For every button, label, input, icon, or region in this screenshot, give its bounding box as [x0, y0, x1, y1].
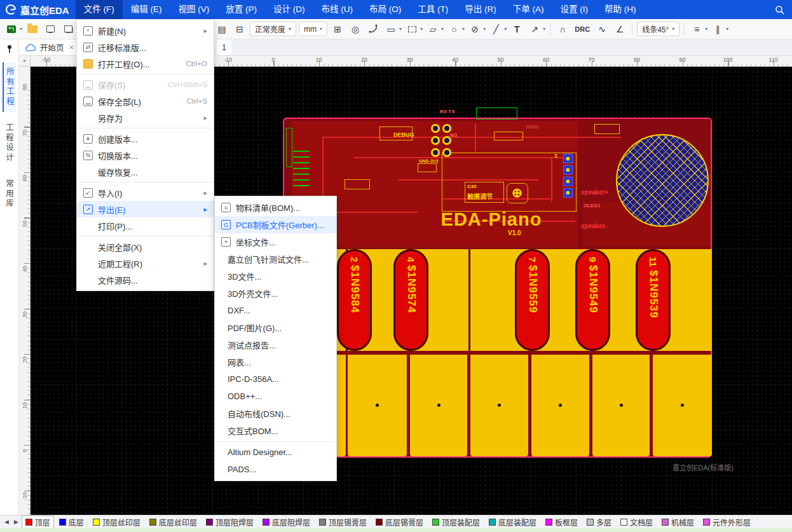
menu-item[interactable]: 文件源码...: [77, 271, 214, 288]
piano-touchpad[interactable]: 7$1N9559: [515, 249, 550, 351]
ruler-origin-button[interactable]: ⌖: [19, 56, 31, 67]
menubar-item[interactable]: 设置 (I): [552, 0, 596, 19]
align-tool-caret-icon[interactable]: ▾: [705, 26, 707, 32]
menubar-item[interactable]: 设计 (D): [265, 0, 313, 19]
piano-key[interactable]: [653, 355, 712, 456]
menu-item[interactable]: ⇄迁移标准版...: [77, 39, 214, 55]
menubar-item[interactable]: 下单 (A): [505, 0, 552, 19]
menubar-item[interactable]: 布局 (O): [361, 0, 409, 19]
dimension-tool-caret-icon[interactable]: ▾: [543, 26, 545, 32]
menu-item[interactable]: 测试点报告...: [215, 336, 336, 353]
polygon-tool-button[interactable]: ▱: [425, 22, 440, 37]
menubar-item[interactable]: 视图 (V): [170, 0, 217, 19]
tab-start-page[interactable]: 开始页 ×: [19, 39, 81, 55]
piano-key[interactable]: [348, 355, 407, 456]
menu-item[interactable]: 自动布线(DSN)...: [215, 405, 336, 422]
brightness-select[interactable]: 正常亮度▾: [250, 22, 296, 36]
layer-chip[interactable]: 多层: [583, 515, 615, 529]
layer-chip[interactable]: 顶层丝印层: [89, 515, 144, 529]
save-button[interactable]: ▁: [43, 22, 58, 37]
print-button[interactable]: ⊟: [232, 22, 247, 37]
menu-item[interactable]: 近期工程(R)▸: [77, 255, 214, 271]
piano-touchpad[interactable]: 4$1N9574: [393, 249, 428, 351]
region-tool-button[interactable]: [404, 22, 420, 37]
layer-chip[interactable]: 底层丝印层: [146, 515, 201, 529]
line-tool-caret-icon[interactable]: ▾: [504, 26, 507, 32]
layer-chip[interactable]: 底层阻焊层: [259, 515, 314, 529]
save-all-button[interactable]: ▁: [60, 22, 76, 37]
piano-touchpad[interactable]: 2$1N9584: [337, 249, 372, 351]
menu-item[interactable]: ∗创建版本...: [77, 130, 214, 147]
tab-close-icon[interactable]: ×: [69, 43, 74, 52]
ellipse-tool-caret-icon[interactable]: ▾: [462, 26, 465, 32]
menu-item[interactable]: IPC-D-356A...: [215, 371, 336, 388]
piano-touchpad[interactable]: 11$1N9539: [636, 249, 671, 351]
menubar-item[interactable]: 编辑 (E): [123, 0, 170, 19]
menubar-item[interactable]: 导出 (R): [456, 0, 505, 19]
menu-item[interactable]: PDF/图片(G)...: [215, 319, 336, 336]
keepout-tool-button[interactable]: ⊘: [467, 22, 482, 37]
menu-item[interactable]: ↙导入(I)▸: [77, 184, 214, 201]
piano-touchpad[interactable]: 9$1N9549: [575, 249, 610, 351]
piano-key[interactable]: [592, 355, 650, 456]
menu-item[interactable]: ⌖坐标文件...: [215, 233, 336, 250]
text-tool-button[interactable]: T: [509, 22, 524, 37]
layer-chip[interactable]: 板框层: [542, 515, 582, 529]
menu-item[interactable]: ▁保存全部(L)Ctrl+S: [77, 93, 214, 109]
region-tool-caret-icon[interactable]: ▾: [420, 26, 423, 32]
menu-item[interactable]: 打开工程(O)...Ctrl+O: [77, 55, 214, 72]
menu-item[interactable]: 缓存恢复...: [77, 163, 214, 180]
distribute-tool-caret-icon[interactable]: ▾: [726, 26, 728, 32]
line-style-select[interactable]: 线条45°▾: [637, 22, 679, 36]
layer-chip[interactable]: 底层锡膏层: [372, 515, 427, 529]
sidebar-item[interactable]: 所有工程: [3, 62, 16, 112]
ellipse-tool-button[interactable]: ○: [446, 22, 461, 37]
route-tool-button[interactable]: [365, 22, 381, 37]
menubar-item[interactable]: 文件 (F): [76, 0, 123, 19]
sidebar-item[interactable]: 工程设计: [3, 118, 15, 168]
pcb-board[interactable]: ⊕ C40 触摸调节 DEBUG RX TX M3 S80U GND-3V3 1…: [283, 118, 712, 458]
menubar-item[interactable]: 布线 (U): [313, 0, 361, 19]
menu-item[interactable]: 嘉立创飞针测试文件...: [215, 250, 336, 268]
align-tool-button[interactable]: ≡: [689, 22, 704, 37]
dimension-tool-button[interactable]: ↗: [527, 22, 542, 37]
menu-item[interactable]: 3D外壳文件...: [215, 285, 336, 302]
menu-item[interactable]: 网表...: [215, 353, 336, 371]
layer-chip[interactable]: 元件外形层: [699, 515, 754, 529]
menu-item[interactable]: GPCB制板文件(Gerber)...: [215, 216, 336, 233]
open-folder-button[interactable]: [25, 22, 40, 37]
menu-item[interactable]: +新建(N)▸: [77, 22, 214, 39]
distribute-tool-button[interactable]: ∥: [710, 22, 725, 37]
layer-chip[interactable]: 机械层: [658, 515, 698, 529]
line-tool-button[interactable]: ╱: [488, 22, 503, 37]
pad-tool-caret-icon[interactable]: ▾: [399, 26, 402, 32]
menu-item[interactable]: Altium Designer...: [215, 444, 336, 461]
layer-chip[interactable]: 底层装配层: [485, 515, 540, 529]
layer-chip[interactable]: 文档层: [617, 515, 657, 529]
measure-tool-button[interactable]: ∠: [612, 22, 627, 37]
grid-settings-button[interactable]: ⊞: [330, 22, 345, 37]
menu-item[interactable]: 打印(P)...: [77, 217, 214, 234]
menu-item[interactable]: PADS...: [215, 461, 336, 478]
menubar-item[interactable]: 放置 (P): [217, 0, 265, 19]
drc-button[interactable]: DRC: [573, 22, 592, 37]
layer-scroll-arrow-icon[interactable]: ◀: [3, 519, 11, 525]
jumper-tool-button[interactable]: ∩: [555, 22, 570, 37]
menu-item[interactable]: ▁保存(S)Ctrl+Shift+S: [77, 76, 214, 93]
app-logo[interactable]: 嘉立创EDA: [0, 3, 76, 17]
piano-key[interactable]: [410, 355, 467, 456]
piano-key[interactable]: [531, 355, 589, 456]
layer-chip[interactable]: 顶层阻焊层: [202, 515, 257, 529]
menu-item[interactable]: ↗导出(E)▸: [77, 201, 214, 217]
menu-item[interactable]: ODB++...: [215, 388, 336, 405]
curve-tool-button[interactable]: ∿: [594, 22, 610, 37]
piano-key[interactable]: [470, 355, 528, 456]
menubar-item[interactable]: 帮助 (H): [596, 0, 645, 19]
menu-item[interactable]: 另存为▸: [77, 109, 214, 126]
layer-scroll-arrow-icon[interactable]: ▶: [12, 519, 20, 525]
menu-item[interactable]: 交互式BOM...: [215, 422, 336, 439]
layer-chip[interactable]: 顶层: [22, 515, 54, 529]
pin-icon[interactable]: [6, 44, 13, 56]
image-export-button[interactable]: ▤: [214, 22, 229, 37]
tab-partial[interactable]: 1: [217, 39, 231, 55]
